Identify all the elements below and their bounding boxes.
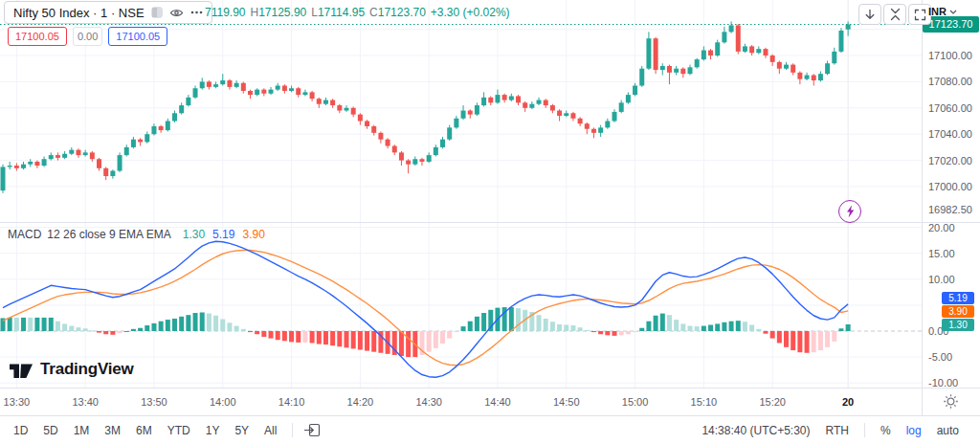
range-1m-button[interactable]: 1M	[66, 421, 98, 440]
range-6m-button[interactable]: 6M	[128, 421, 160, 440]
time-axis-label: 13:30	[4, 396, 31, 408]
axis-corner	[922, 388, 980, 414]
macd-axis-label: 20.00	[928, 222, 955, 233]
tradingview-logo[interactable]: TradingView	[10, 360, 134, 379]
macd-axis-label: -10.00	[928, 377, 958, 388]
eye-icon[interactable]	[169, 8, 184, 18]
macd-axis-label: 15.00	[928, 248, 955, 259]
time-axis-label: 14:40	[484, 396, 511, 408]
buy-order-chip[interactable]: 17100.05	[108, 27, 167, 46]
range-5d-button[interactable]: 5D	[35, 421, 65, 440]
macd-legend[interactable]: MACD 12 26 close 9 EMA EMA 1.305.193.90	[8, 228, 265, 241]
ohlc-close: 17123.70	[378, 6, 426, 19]
scroll-to-recent-button[interactable]	[858, 4, 881, 25]
price-axis-label: 17080.00	[928, 76, 972, 87]
date-range-row: 1D5D1M3M6MYTD1Y5YAll	[6, 421, 284, 440]
time-axis-label: 14:20	[347, 396, 374, 408]
footer-right: 14:38:40 (UTC+5:30) RTH % log auto	[694, 421, 967, 440]
day-label: 20	[842, 396, 854, 408]
macd-title: MACD	[8, 228, 41, 241]
ohlc-open: 7119.90	[205, 6, 246, 19]
more-icon[interactable]	[190, 11, 203, 14]
time-axis-label: 15:00	[622, 396, 649, 408]
ohlc-values: 7119.90 H17125.90 L17114.95 C17123.70 +3…	[205, 6, 510, 19]
sell-order-chip[interactable]: 17100.05	[8, 27, 67, 46]
session-button[interactable]: RTH	[818, 421, 857, 440]
macd-legend-value: 1.30	[183, 228, 205, 241]
ohlc-low: 17114.95	[318, 6, 365, 19]
macd-legend-value: 5.19	[212, 228, 234, 241]
flag-icon[interactable]	[151, 7, 163, 18]
collapse-icon	[890, 8, 901, 21]
symbol-title[interactable]: Nifty 50 Index · 1 · NSE	[13, 6, 145, 20]
ohlc-high-label: H	[251, 6, 259, 19]
price-axis-label: 17040.00	[928, 128, 972, 140]
chevron-down-icon	[949, 10, 957, 14]
time-axis-divider	[0, 388, 980, 388]
log-scale-button[interactable]: log	[899, 421, 929, 440]
time-axis-label: 13:50	[141, 396, 167, 408]
price-axis-label: 17100.00	[928, 50, 972, 61]
go-to-date-icon	[304, 423, 321, 437]
range-3m-button[interactable]: 3M	[97, 421, 128, 440]
gear-icon[interactable]	[943, 393, 959, 410]
currency-selector[interactable]: INR	[928, 6, 957, 17]
macd-values: 1.305.193.90	[183, 228, 265, 241]
macd-params: 12 26 close 9 EMA EMA	[47, 228, 170, 241]
ohlc-low-label: L	[311, 6, 318, 19]
tradingview-mark-icon	[10, 360, 33, 379]
auto-scale-button[interactable]: auto	[929, 421, 967, 440]
price-axis-divider	[922, 0, 923, 415]
macd-axis-label: 10.00	[928, 274, 955, 285]
price-axis-label: 17020.00	[928, 155, 972, 166]
order-widgets: 17100.05 0.00 17100.05	[8, 27, 167, 46]
range-1y-button[interactable]: 1Y	[198, 421, 228, 440]
lightning-icon	[845, 205, 856, 218]
toolbar-divider	[292, 423, 293, 437]
macd-value-tag: 1.30	[942, 319, 974, 331]
macd-legend-value: 3.90	[242, 228, 264, 241]
tradingview-logo-text: TradingView	[40, 360, 134, 379]
price-axis-label: 17000.00	[928, 181, 972, 192]
time-axis[interactable]: 13:3013:4013:5014:0014:1014:2014:3014:40…	[0, 388, 922, 414]
range-ytd-button[interactable]: YTD	[160, 421, 198, 440]
time-axis-label: 14:50	[553, 396, 580, 408]
range-all-button[interactable]: All	[256, 421, 284, 440]
clock[interactable]: 14:38:40 (UTC+5:30)	[694, 421, 817, 440]
ohlc-high: 17125.90	[258, 6, 306, 19]
macd-pane[interactable]	[0, 223, 922, 388]
collapse-pane-button[interactable]	[883, 4, 906, 25]
bottom-toolbar: 1D5D1M3M6MYTD1Y5YAll 14:38:40 (UTC+5:30)…	[0, 415, 980, 444]
go-to-date-button[interactable]	[301, 423, 324, 437]
macd-value-tag: 3.90	[942, 305, 974, 318]
time-axis-label: 13:40	[72, 396, 99, 408]
percent-scale-button[interactable]: %	[873, 421, 899, 440]
range-1d-button[interactable]: 1D	[6, 421, 35, 440]
time-axis-label: 14:10	[278, 396, 305, 408]
macd-value-tag: 5.19	[942, 292, 974, 304]
maximize-icon	[914, 9, 926, 21]
arrow-down-icon	[864, 9, 876, 20]
macd-axis-label: -5.00	[928, 351, 952, 363]
currency-label: INR	[928, 6, 947, 17]
toolbar-divider	[864, 423, 865, 437]
time-axis-label: 14:00	[210, 396, 236, 408]
time-axis-label: 15:10	[691, 396, 718, 408]
pnl-chip[interactable]: 0.00	[73, 27, 102, 46]
ohlc-change: +3.30 (+0.02%)	[431, 6, 510, 19]
macd-chart	[0, 223, 922, 388]
range-5y-button[interactable]: 5Y	[227, 421, 256, 440]
ohlc-close-label: C	[369, 6, 378, 19]
price-axis-label: 17060.00	[928, 102, 972, 114]
time-axis-label: 14:30	[415, 396, 442, 408]
symbol-legend[interactable]: Nifty 50 Index · 1 · NSE	[4, 1, 212, 24]
quick-trade-button[interactable]	[838, 200, 861, 223]
time-axis-label: 15:20	[759, 396, 786, 408]
pane-divider[interactable]	[0, 222, 980, 223]
chart-window: Nifty 50 Index · 1 · NSE 7119.90 H17125.…	[0, 0, 980, 444]
price-axis-label: 16982.50	[928, 204, 972, 215]
